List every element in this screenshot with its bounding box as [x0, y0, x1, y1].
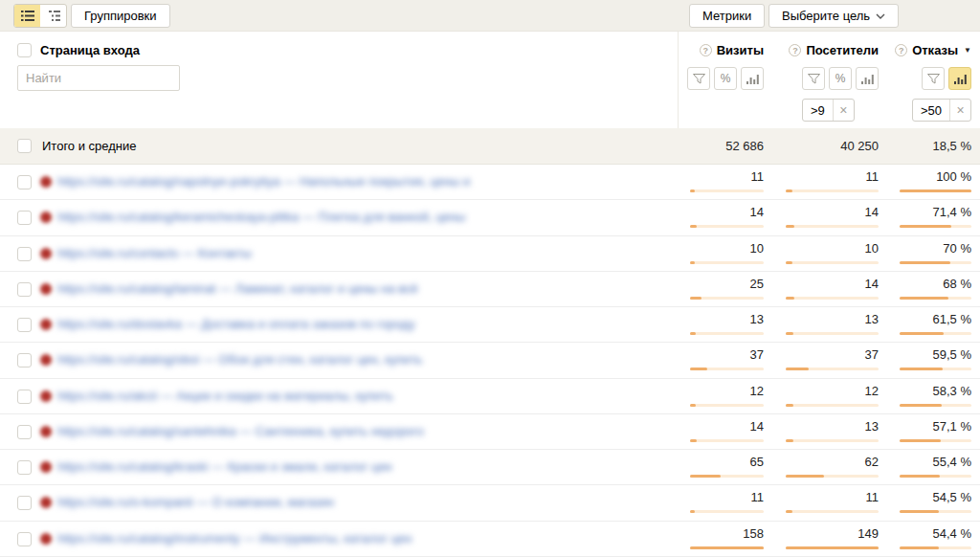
visitors-bar	[786, 404, 879, 407]
visits-bar	[690, 225, 764, 228]
entry-page-link[interactable]: https://site.ru/akcii — Акции и скидки н…	[57, 389, 393, 403]
site-favicon-icon	[40, 533, 52, 545]
report-screen: Группировки Метрики Выберите цель Страни…	[0, 0, 980, 557]
visitors-value: 149	[786, 526, 879, 541]
visitors-bar	[786, 368, 879, 370]
visitors-bar	[786, 297, 879, 300]
bounce-value: 54,5 %	[900, 490, 971, 504]
search-input[interactable]	[17, 65, 180, 91]
visits-value: 10	[690, 241, 764, 256]
row-checkbox[interactable]	[17, 353, 32, 368]
visits-value: 14	[690, 205, 764, 219]
row-checkbox[interactable]	[17, 318, 32, 332]
site-favicon-icon	[40, 319, 52, 330]
site-favicon-icon	[40, 283, 52, 295]
row-checkbox[interactable]	[17, 425, 32, 439]
entry-page-link[interactable]: https://site.ru/o-kompanii — О компании,…	[57, 495, 334, 509]
visitors-bar	[786, 475, 879, 478]
table-row: https://site.ru/catalog/santehnika — Сан…	[0, 414, 980, 450]
select-goal-button[interactable]: Выберите цель	[768, 4, 899, 28]
bounce-filter-value: >50	[913, 100, 949, 121]
site-favicon-icon	[40, 426, 52, 437]
bounce-value: 71,4 %	[900, 205, 971, 219]
row-checkbox[interactable]	[17, 211, 32, 225]
entry-page-link[interactable]: https://site.ru/catalog/oboi — Обои для …	[57, 352, 422, 367]
filter-funnel-button[interactable]	[802, 67, 825, 90]
visitors-bar	[786, 261, 879, 264]
table-row: https://site.ru/catalog/kraski — Краски …	[0, 450, 980, 485]
entry-page-link[interactable]: https://site.ru/contacts — Контакты	[57, 246, 252, 260]
chevron-down-icon	[876, 13, 885, 19]
bounce-value: 54,4 %	[900, 526, 971, 541]
entry-page-link[interactable]: https://site.ru/catalog/keramicheskaya-p…	[57, 210, 465, 224]
entry-page-link[interactable]: https://site.ru/catalog/instrumenty — Ин…	[57, 531, 412, 546]
bar-chart-button[interactable]	[948, 67, 971, 90]
table-row: https://site.ru/catalog/napolnye-pokryti…	[0, 165, 980, 200]
table-body: https://site.ru/catalog/napolnye-pokryti…	[0, 165, 980, 557]
list-view-icon	[21, 11, 34, 21]
visitors-value: 12	[786, 384, 879, 398]
visits-bar	[690, 261, 764, 264]
site-favicon-icon	[40, 390, 52, 402]
bounce-value: 100 %	[900, 169, 971, 184]
visits-value: 14	[690, 419, 764, 434]
table-row: https://site.ru/catalog/laminat — Ламина…	[0, 272, 980, 307]
metrics-button[interactable]: Метрики	[689, 4, 765, 28]
site-favicon-icon	[40, 248, 52, 259]
visitors-bar	[786, 510, 879, 513]
help-icon[interactable]: ?	[789, 44, 801, 56]
bounce-value: 57,1 %	[900, 419, 971, 434]
row-checkbox[interactable]	[17, 390, 32, 404]
entry-page-link[interactable]: https://site.ru/dostavka — Доставка и оп…	[57, 317, 415, 331]
groupings-button[interactable]: Группировки	[71, 4, 170, 28]
sort-desc-icon[interactable]: ▼	[964, 46, 971, 55]
visitors-value: 14	[786, 205, 879, 219]
totals-visitors: 40 250	[792, 139, 879, 153]
close-icon[interactable]: ×	[949, 100, 970, 121]
entry-page-link[interactable]: https://site.ru/catalog/napolnye-pokryti…	[57, 174, 472, 189]
row-checkbox[interactable]	[17, 532, 32, 546]
help-icon[interactable]: ?	[895, 44, 907, 56]
column-visits: ? Визиты %	[630, 32, 764, 90]
visitors-value: 37	[786, 347, 879, 362]
entry-page-link[interactable]: https://site.ru/catalog/santehnika — Сан…	[57, 424, 424, 438]
help-icon[interactable]: ?	[700, 44, 712, 56]
visitors-value: 11	[786, 169, 879, 184]
totals-visits: 52 686	[678, 139, 764, 153]
bounce-bar	[900, 297, 971, 300]
entry-page-link[interactable]: https://site.ru/catalog/laminat — Ламина…	[57, 281, 418, 296]
top-toolbar: Группировки Метрики Выберите цель	[0, 0, 980, 32]
filter-funnel-button[interactable]	[687, 67, 710, 90]
row-checkbox[interactable]	[17, 175, 32, 189]
percent-mode-button[interactable]: %	[714, 67, 737, 90]
bounce-bar	[900, 546, 971, 549]
site-favicon-icon	[40, 212, 52, 223]
visits-bar	[690, 332, 764, 335]
row-checkbox[interactable]	[17, 460, 32, 475]
row-checkbox[interactable]	[17, 247, 32, 261]
visits-bar	[690, 510, 764, 513]
bounce-value: 59,5 %	[900, 347, 971, 362]
list-view-button[interactable]	[14, 5, 40, 27]
column-bounce-label: Отказы	[912, 43, 958, 57]
visitors-bar	[786, 332, 879, 335]
visits-bar	[690, 368, 764, 370]
select-all-checkbox[interactable]	[17, 43, 32, 57]
visits-bar	[690, 439, 764, 442]
totals-label: Итого и средние	[42, 139, 136, 153]
bounce-bar	[900, 368, 971, 370]
filter-funnel-button[interactable]	[922, 67, 945, 90]
bounce-value: 61,5 %	[900, 312, 971, 326]
tree-view-button[interactable]	[40, 5, 66, 27]
entry-page-link[interactable]: https://site.ru/catalog/kraski — Краски …	[57, 459, 392, 474]
visits-bar	[690, 189, 764, 192]
totals-row: Итого и средние 52 686 40 250 18,5 %	[0, 128, 980, 165]
table-row: https://site.ru/contacts — Контакты 10 1…	[0, 236, 980, 272]
totals-checkbox[interactable]	[17, 139, 32, 153]
site-favicon-icon	[40, 497, 52, 508]
row-checkbox[interactable]	[17, 496, 32, 510]
select-goal-label: Выберите цель	[782, 9, 870, 23]
visits-bar	[690, 297, 764, 300]
bounce-bar	[900, 261, 971, 264]
row-checkbox[interactable]	[17, 282, 32, 297]
